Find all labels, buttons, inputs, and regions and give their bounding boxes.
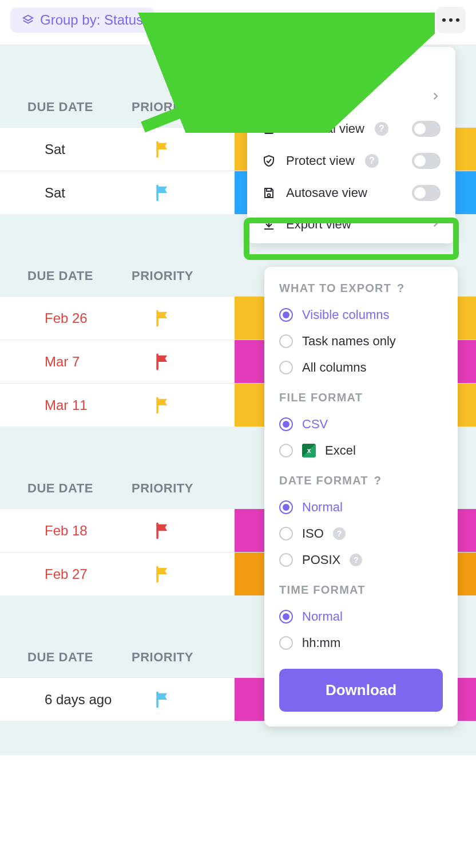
due-date-cell[interactable]: Mar 7	[0, 354, 132, 370]
due-date-cell[interactable]: Feb 27	[0, 566, 132, 582]
file-format-excel-option[interactable]: x Excel	[279, 437, 443, 464]
priority-header[interactable]: PRIORITY	[132, 481, 235, 496]
date-format-iso-option[interactable]: ISO ?	[279, 520, 443, 547]
svg-point-6	[324, 16, 327, 19]
me-filter[interactable]: Me	[255, 12, 292, 28]
priority-cell[interactable]	[132, 690, 235, 709]
duplicate-view-item[interactable]: Duplicate view	[247, 82, 455, 113]
date-format-normal-option[interactable]: Normal	[279, 494, 443, 520]
file-format-title: FILE FORMAT	[279, 381, 443, 411]
what-to-export-title: WHAT TO EXPORT ?	[279, 279, 443, 302]
radio-icon	[279, 334, 293, 348]
priority-flag-icon	[153, 309, 173, 328]
priority-cell[interactable]	[132, 396, 235, 415]
priority-cell[interactable]	[132, 309, 235, 328]
radio-icon	[279, 444, 293, 457]
help-icon[interactable]: ?	[350, 554, 362, 566]
radio-icon	[279, 361, 293, 374]
date-format-posix-option[interactable]: POSIX ?	[279, 547, 443, 573]
subtasks-icon	[167, 14, 180, 26]
me-label: Me	[273, 12, 292, 28]
export-task-names-option[interactable]: Task names only	[279, 328, 443, 354]
priority-flag-icon	[153, 521, 173, 540]
priority-cell[interactable]	[132, 521, 235, 540]
help-icon[interactable]: ?	[365, 154, 379, 168]
file-format-csv-option[interactable]: CSV	[279, 411, 443, 437]
due-date-cell[interactable]: Mar 11	[0, 397, 132, 413]
export-all-columns-option[interactable]: All columns	[279, 354, 443, 381]
help-icon[interactable]: ?	[374, 474, 382, 487]
due-date-header[interactable]: DUE DATE	[0, 481, 132, 496]
due-date-cell[interactable]: Sat	[0, 185, 132, 201]
time-format-title: TIME FORMAT	[279, 573, 443, 603]
due-date-cell[interactable]: 6 days ago	[0, 692, 132, 708]
view-toolbar: Group by: Status Subtasks Me Show	[0, 0, 476, 45]
time-format-normal-option[interactable]: Normal	[279, 603, 443, 630]
priority-cell[interactable]	[132, 183, 235, 203]
radio-icon	[279, 553, 293, 567]
due-date-cell[interactable]: Sat	[0, 141, 132, 157]
personal-view-item[interactable]: Personal view ?	[247, 113, 455, 145]
due-date-cell[interactable]: Feb 26	[0, 310, 132, 326]
priority-cell[interactable]	[132, 565, 235, 584]
help-icon[interactable]: ?	[333, 527, 346, 540]
personal-view-toggle[interactable]	[412, 121, 441, 137]
priority-flag-icon	[153, 396, 173, 415]
protect-view-item[interactable]: Protect view ?	[247, 145, 455, 177]
priority-flag-icon	[153, 140, 173, 159]
show-label: Show	[367, 12, 402, 28]
autosave-view-item[interactable]: Autosave view	[247, 177, 455, 209]
priority-flag-icon	[153, 352, 173, 372]
lock-icon	[262, 122, 276, 136]
people-icon	[320, 14, 335, 26]
svg-marker-2	[23, 15, 33, 21]
help-icon[interactable]: ?	[375, 122, 388, 136]
due-date-header[interactable]: DUE DATE	[0, 100, 132, 115]
layers-icon	[22, 14, 34, 26]
priority-header[interactable]: PRIORITY	[132, 269, 235, 283]
show-menu[interactable]: Show	[348, 12, 402, 28]
export-options-popover: WHAT TO EXPORT ? Visible columns Task na…	[264, 267, 458, 727]
svg-point-11	[268, 194, 271, 197]
due-date-header[interactable]: DUE DATE	[0, 650, 132, 665]
time-format-hhmm-option[interactable]: hh:mm	[279, 630, 443, 656]
help-icon[interactable]: ?	[397, 282, 404, 295]
priority-cell[interactable]	[132, 140, 235, 159]
export-visible-columns-option[interactable]: Visible columns	[279, 302, 443, 328]
svg-point-8	[353, 18, 356, 22]
radio-icon	[279, 500, 293, 514]
assignees-filter[interactable]	[320, 14, 335, 26]
groupby-pill[interactable]: Group by: Status	[10, 7, 154, 33]
priority-cell[interactable]	[132, 352, 235, 372]
view-settings-popover: VIEW SETTINGS Duplicate view Personal vi…	[247, 47, 455, 243]
priority-flag-icon	[153, 183, 173, 203]
subtasks-toggle[interactable]: Subtasks	[167, 12, 242, 28]
radio-icon	[279, 610, 293, 624]
protect-view-toggle[interactable]	[412, 153, 441, 169]
due-date-cell[interactable]: Feb 18	[0, 523, 132, 539]
person-icon	[255, 14, 267, 26]
svg-point-7	[329, 16, 332, 19]
priority-flag-icon	[153, 565, 173, 584]
autosave-view-toggle[interactable]	[412, 185, 441, 201]
due-date-header[interactable]: DUE DATE	[0, 269, 132, 283]
chevron-right-icon	[430, 90, 441, 105]
view-settings-title: VIEW SETTINGS	[247, 57, 455, 82]
radio-icon	[279, 527, 293, 540]
priority-flag-icon	[153, 690, 173, 709]
shield-icon	[262, 154, 276, 168]
personal-view-label: Personal view	[286, 121, 364, 136]
date-format-title: DATE FORMAT ?	[279, 464, 443, 494]
groupby-label: Group by: Status	[40, 12, 143, 28]
priority-header[interactable]: PRIORITY	[132, 100, 235, 115]
radio-icon	[279, 636, 293, 650]
priority-header[interactable]: PRIORITY	[132, 650, 235, 665]
svg-rect-10	[267, 188, 271, 191]
excel-icon: x	[302, 444, 316, 457]
radio-icon	[279, 417, 293, 431]
svg-point-3	[169, 15, 172, 19]
duplicate-view-label: Duplicate view	[262, 90, 343, 105]
more-menu-button[interactable]	[436, 7, 466, 33]
eye-icon	[348, 14, 362, 26]
download-button[interactable]: Download	[279, 669, 443, 712]
